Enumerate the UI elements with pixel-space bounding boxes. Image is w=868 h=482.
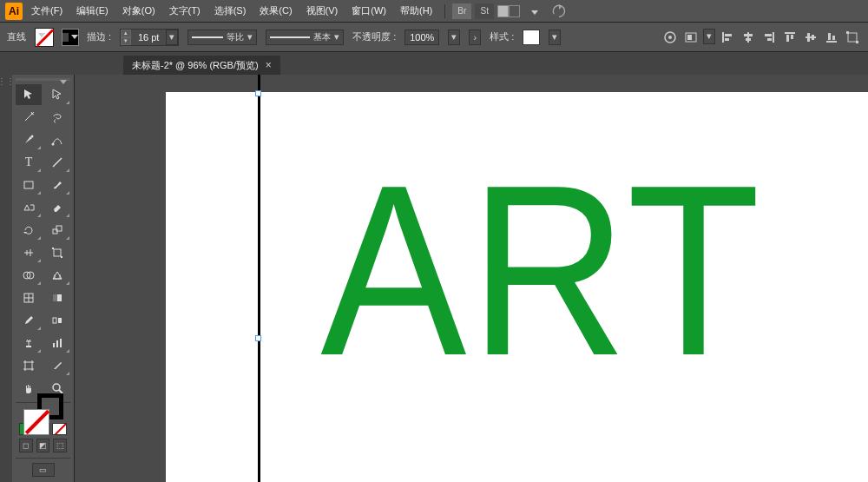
tool-panel-tab[interactable] (16, 78, 70, 81)
fill-swatch[interactable] (35, 28, 54, 47)
svg-rect-11 (765, 34, 772, 36)
mesh-tool[interactable] (16, 287, 42, 308)
align-right-icon[interactable] (760, 29, 778, 46)
brush-def-dropdown[interactable]: 基本 ▾ (266, 30, 344, 45)
scale-tool[interactable] (44, 220, 70, 241)
bridge-icon[interactable]: Br (452, 3, 471, 19)
rotate-tool[interactable] (16, 220, 42, 241)
magic-wand-tool[interactable] (16, 107, 42, 128)
style-dropdown[interactable]: ▾ (549, 30, 561, 45)
slice-tool[interactable] (44, 355, 70, 376)
draw-inside-icon[interactable]: ⬚ (53, 439, 67, 452)
svg-rect-21 (832, 36, 835, 40)
opacity-dropdown[interactable]: ▾ (448, 30, 460, 45)
shaper-tool[interactable] (16, 197, 42, 218)
stroke-swatch[interactable] (62, 30, 78, 45)
stroke-weight-value[interactable]: 16 pt (131, 32, 166, 43)
artboard[interactable]: ART (166, 92, 868, 482)
align-left-icon[interactable] (719, 29, 736, 46)
stroke-weight-field[interactable]: ▴▾ 16 pt ▾ (120, 29, 179, 46)
svg-rect-7 (747, 32, 749, 43)
main-area: ⋮⋮ T (0, 75, 868, 482)
menu-edit[interactable]: 编辑(E) (71, 4, 114, 17)
sync-icon[interactable] (552, 4, 566, 18)
stroke-weight-stepper[interactable]: ▴▾ (121, 30, 131, 45)
color-mode-none[interactable] (52, 423, 67, 435)
align-to-dropdown[interactable]: ▾ (703, 29, 715, 44)
svg-rect-44 (25, 362, 32, 369)
perspective-grid-tool[interactable] (44, 265, 70, 286)
menu-type[interactable]: 文字(T) (164, 4, 206, 17)
style-swatch[interactable] (523, 30, 540, 45)
stock-icon[interactable]: St (475, 3, 494, 19)
width-tool[interactable] (16, 242, 42, 263)
opacity-field[interactable]: 100% (404, 30, 439, 45)
artboard-tool[interactable] (16, 355, 42, 376)
svg-line-27 (53, 158, 62, 167)
svg-rect-32 (52, 248, 54, 249)
transform-icon[interactable] (844, 29, 861, 46)
line-tool[interactable] (44, 152, 70, 173)
align-hcenter-icon[interactable] (740, 29, 757, 46)
panel-grip[interactable]: ⋮⋮ (0, 75, 12, 482)
svg-rect-38 (53, 294, 57, 301)
fill-color-swatch[interactable] (23, 409, 49, 435)
svg-rect-15 (791, 35, 793, 39)
gradient-tool[interactable] (44, 287, 70, 308)
stroke-weight-dropdown[interactable]: ▾ (166, 30, 178, 45)
selection-handle-mid[interactable] (255, 335, 261, 341)
eyedropper-tool[interactable] (16, 310, 42, 331)
align-vcenter-icon[interactable] (802, 29, 819, 46)
pen-tool[interactable] (16, 129, 42, 150)
workspace-menu[interactable] (523, 6, 543, 17)
free-transform-tool[interactable] (44, 242, 70, 263)
type-tool[interactable]: T (16, 152, 42, 173)
align-bottom-icon[interactable] (823, 29, 840, 46)
artwork-text[interactable]: ART (320, 149, 763, 392)
close-tab-icon[interactable]: × (266, 59, 272, 71)
svg-rect-13 (785, 32, 795, 34)
doc-setup-icon[interactable] (682, 29, 700, 46)
workspace-switch-icon[interactable] (497, 5, 520, 17)
curvature-tool[interactable] (44, 129, 70, 150)
paintbrush-tool[interactable] (44, 175, 70, 195)
selected-line-object[interactable] (258, 75, 260, 482)
lasso-tool[interactable] (44, 107, 70, 128)
options-bar: 直线 描边 : ▴▾ 16 pt ▾ 等比 ▾ 基本 ▾ 不透明度 : 100%… (0, 23, 868, 52)
selection-handle-top[interactable] (255, 90, 261, 96)
eraser-tool[interactable] (44, 197, 70, 218)
document-tab-title: 未标题-2* @ 96% (RGB/预览) (132, 59, 259, 72)
svg-rect-24 (856, 41, 858, 43)
canvas-area[interactable]: ART (75, 75, 868, 482)
symbol-sprayer-tool[interactable] (16, 333, 42, 353)
menu-effect[interactable]: 效果(C) (254, 4, 297, 17)
svg-rect-31 (54, 249, 61, 256)
svg-rect-43 (60, 339, 62, 347)
svg-rect-20 (828, 33, 831, 40)
column-graph-tool[interactable] (44, 333, 70, 353)
menu-object[interactable]: 对象(O) (117, 4, 161, 17)
recolor-icon[interactable] (661, 29, 679, 46)
menu-view[interactable]: 视图(V) (301, 4, 344, 17)
align-top-icon[interactable] (781, 29, 799, 46)
menu-bar: Ai 文件(F) 编辑(E) 对象(O) 文字(T) 选择(S) 效果(C) 视… (0, 0, 868, 23)
rectangle-tool[interactable] (16, 175, 42, 195)
direct-selection-tool[interactable] (44, 84, 70, 105)
opacity-more[interactable]: › (469, 30, 481, 45)
line-icon (192, 36, 223, 38)
menu-file[interactable]: 文件(F) (26, 4, 68, 17)
width-profile-dropdown[interactable]: 等比 ▾ (187, 30, 257, 45)
document-tab[interactable]: 未标题-2* @ 96% (RGB/预览) × (123, 56, 280, 75)
shape-builder-tool[interactable] (16, 265, 42, 286)
svg-rect-9 (746, 38, 751, 41)
draw-normal-icon[interactable]: ◻ (19, 439, 33, 452)
fill-stroke-control[interactable] (23, 409, 63, 419)
menu-select[interactable]: 选择(S) (209, 4, 252, 17)
menu-window[interactable]: 窗口(W) (346, 4, 391, 17)
opacity-label: 不透明度 : (352, 30, 396, 43)
selection-tool[interactable] (16, 84, 42, 105)
draw-behind-icon[interactable]: ◩ (36, 439, 50, 452)
menu-help[interactable]: 帮助(H) (395, 4, 437, 17)
blend-tool[interactable] (44, 310, 70, 331)
screen-mode-button[interactable]: ▭ (19, 463, 67, 477)
